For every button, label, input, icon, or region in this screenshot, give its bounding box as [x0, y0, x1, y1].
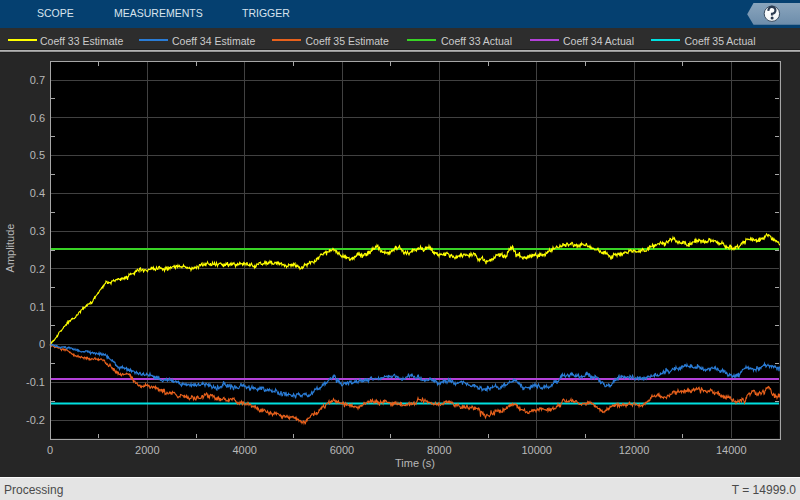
svg-text:0: 0: [39, 338, 45, 350]
svg-text:8000: 8000: [427, 444, 451, 456]
svg-text:14000: 14000: [716, 444, 747, 456]
svg-text:12000: 12000: [619, 444, 650, 456]
svg-text:0.1: 0.1: [30, 301, 45, 313]
svg-text:2000: 2000: [135, 444, 159, 456]
svg-text:0.2: 0.2: [30, 263, 45, 275]
svg-text:Time (s): Time (s): [395, 457, 435, 469]
svg-text:-0.1: -0.1: [26, 376, 45, 388]
svg-text:6000: 6000: [330, 444, 354, 456]
svg-text:0.4: 0.4: [30, 187, 45, 199]
svg-text:0.5: 0.5: [30, 149, 45, 161]
svg-text:0.3: 0.3: [30, 225, 45, 237]
svg-text:4000: 4000: [232, 444, 256, 456]
svg-text:-0.2: -0.2: [26, 414, 45, 426]
svg-text:10000: 10000: [521, 444, 552, 456]
svg-text:0: 0: [47, 444, 53, 456]
svg-text:Amplitude: Amplitude: [4, 224, 16, 273]
svg-text:0.6: 0.6: [30, 112, 45, 124]
svg-text:0.7: 0.7: [30, 74, 45, 86]
